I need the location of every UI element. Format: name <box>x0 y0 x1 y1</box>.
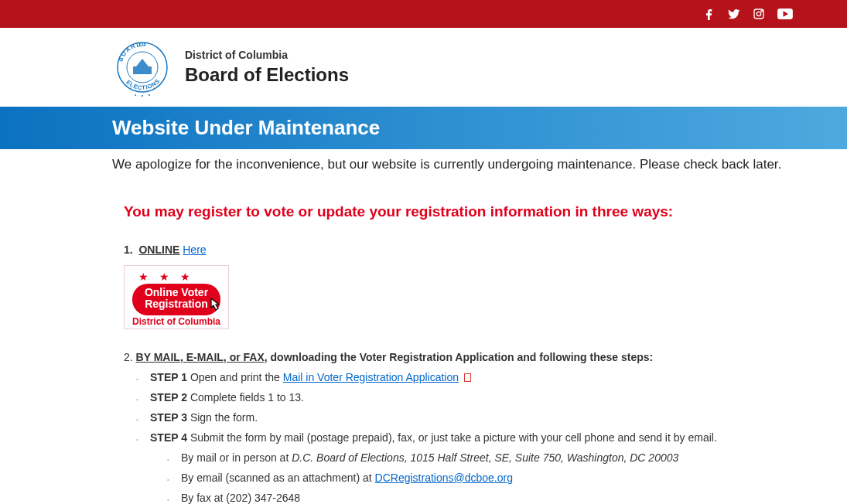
agency-titles: District of Columbia Board of Elections <box>185 49 349 86</box>
method-1: 1. ONLINE Here <box>124 243 801 256</box>
method-1-number: 1. <box>124 243 133 256</box>
intro-heading: You may register to vote or update your … <box>124 203 801 220</box>
substep-fax: By fax at (202) 347-2648 <box>181 492 801 504</box>
agency-title: Board of Elections <box>185 64 349 86</box>
substep-mail: By mail or in person at D.C. Board of El… <box>181 451 801 464</box>
ovr-pill: Online Voter Registration <box>132 284 220 315</box>
svg-point-2 <box>761 11 762 12</box>
online-voter-registration-button[interactable]: ★★★ Online Voter Registration District o… <box>124 265 229 329</box>
instagram-icon[interactable] <box>753 8 765 20</box>
svg-point-1 <box>756 12 760 15</box>
top-bar <box>0 0 847 28</box>
cursor-icon <box>205 295 225 318</box>
logo-row: BOARD OF ELECTIONS District of Columbia … <box>0 28 847 107</box>
method-2-number: 2. <box>124 351 133 363</box>
main-content: You may register to vote or update your … <box>0 172 847 504</box>
method-2-label: BY MAIL, E-MAIL, or FAX <box>136 351 265 363</box>
stars-icon: ★★★ <box>132 271 220 283</box>
apology-text: We apologize for the inconvenience, but … <box>0 149 847 172</box>
registration-email-link[interactable]: DCRegistrations@dcboe.org <box>375 472 513 484</box>
facebook-icon[interactable] <box>703 8 716 20</box>
substeps-list: By mail or in person at D.C. Board of El… <box>150 451 801 504</box>
method-2: 2. BY MAIL, E-MAIL, or FAX, downloading … <box>124 351 801 363</box>
youtube-icon[interactable] <box>777 9 793 19</box>
banner-heading: Website Under Maintenance <box>112 116 380 139</box>
method-2-rest: , downloading the Voter Registration App… <box>265 351 653 363</box>
online-here-link[interactable]: Here <box>183 243 206 256</box>
step-3: STEP 3 Sign the form. <box>150 411 801 424</box>
twitter-icon[interactable] <box>728 8 740 20</box>
svg-point-12 <box>149 94 150 96</box>
pdf-icon <box>464 373 471 382</box>
method-1-label: ONLINE <box>138 243 179 256</box>
svg-point-10 <box>135 94 136 96</box>
svg-rect-6 <box>133 66 152 74</box>
agency-seal: BOARD OF ELECTIONS <box>112 37 172 97</box>
agency-pretitle: District of Columbia <box>185 49 349 61</box>
step-4: STEP 4 Submit the form by mail (postage … <box>150 431 801 504</box>
page-banner: Website Under Maintenance <box>0 107 847 149</box>
step-1: STEP 1 Open and print the Mail in Voter … <box>150 371 801 383</box>
svg-text:BOARD: BOARD <box>117 41 142 63</box>
substep-email: By email (scanned as an attachment) at D… <box>181 472 801 484</box>
steps-list: STEP 1 Open and print the Mail in Voter … <box>124 371 801 504</box>
mail-in-application-link[interactable]: Mail in Voter Registration Application <box>283 371 459 383</box>
step-2: STEP 2 Complete fields 1 to 13. <box>150 391 801 404</box>
svg-point-11 <box>142 95 143 97</box>
